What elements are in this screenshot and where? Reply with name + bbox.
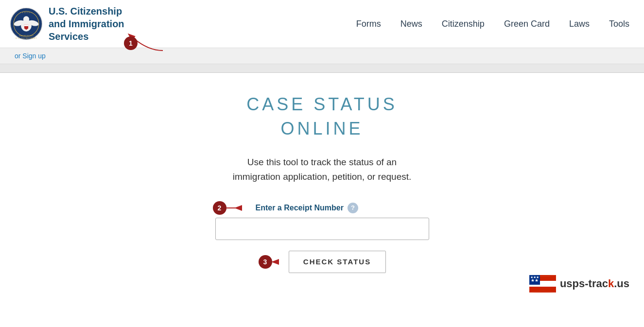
annotation2-wrapper: 2 <box>213 202 247 214</box>
page-wrapper: ★ ★ ★ ★ ★ ★ ★ U.S. DEPARTMENT HOMELAND S… <box>0 0 644 302</box>
help-icon[interactable]: ? <box>348 203 358 213</box>
logo-text: U.S. Citizenship and Immigration Service… <box>49 5 124 43</box>
footer-logo-text: usps-track.us <box>560 277 629 290</box>
nav-news[interactable]: News <box>400 19 422 29</box>
receipt-number-input[interactable] <box>215 218 429 240</box>
check-status-button[interactable]: CHECK STATUS <box>289 251 386 273</box>
annotation2-group: 2 <box>213 202 247 214</box>
annotation-3: 3 <box>259 255 272 269</box>
svg-point-6 <box>23 16 29 22</box>
dhs-seal-icon: ★ ★ ★ ★ ★ ★ ★ U.S. DEPARTMENT HOMELAND S… <box>10 7 43 40</box>
nav-tools[interactable]: Tools <box>609 19 629 29</box>
footer-flag-icon: ★★ ★★★ <box>529 275 556 293</box>
description-text: Use this tool to track the status of an … <box>230 155 415 185</box>
header: ★ ★ ★ ★ ★ ★ ★ U.S. DEPARTMENT HOMELAND S… <box>0 0 644 48</box>
main-content: CASE STATUS ONLINE Use this tool to trac… <box>0 73 644 302</box>
form-area: 2 Enter a Receipt Number ? 3 <box>201 202 444 273</box>
nav-greencard[interactable]: Green Card <box>504 19 550 29</box>
nav-forms[interactable]: Forms <box>356 19 381 29</box>
receipt-label: Enter a Receipt Number <box>256 204 344 212</box>
signin-bar: or Sign up <box>0 48 644 64</box>
nav-citizenship[interactable]: Citizenship <box>442 19 485 29</box>
nav-laws[interactable]: Laws <box>569 19 590 29</box>
svg-text:HOMELAND SECURITY: HOMELAND SECURITY <box>19 35 34 37</box>
receipt-label-row: 2 Enter a Receipt Number ? <box>213 202 358 214</box>
logo-link[interactable]: ★ ★ ★ ★ ★ ★ ★ U.S. DEPARTMENT HOMELAND S… <box>10 5 124 43</box>
page-title: CASE STATUS ONLINE <box>246 92 398 141</box>
main-nav: Forms News Citizenship Green Card Laws T… <box>356 19 629 29</box>
check-status-row: 3 CHECK STATUS <box>259 251 386 273</box>
annotation-2: 2 <box>213 201 226 215</box>
svg-text:U.S. DEPARTMENT: U.S. DEPARTMENT <box>16 37 37 39</box>
annotation3-group: 3 <box>259 256 283 268</box>
footer-watermark: ★★ ★★★ usps-track.us <box>529 275 629 293</box>
svg-text:★ ★ ★ ★ ★ ★ ★: ★ ★ ★ ★ ★ ★ ★ <box>20 12 33 14</box>
signup-link[interactable]: or Sign up <box>15 52 46 60</box>
divider-bar <box>0 64 644 73</box>
